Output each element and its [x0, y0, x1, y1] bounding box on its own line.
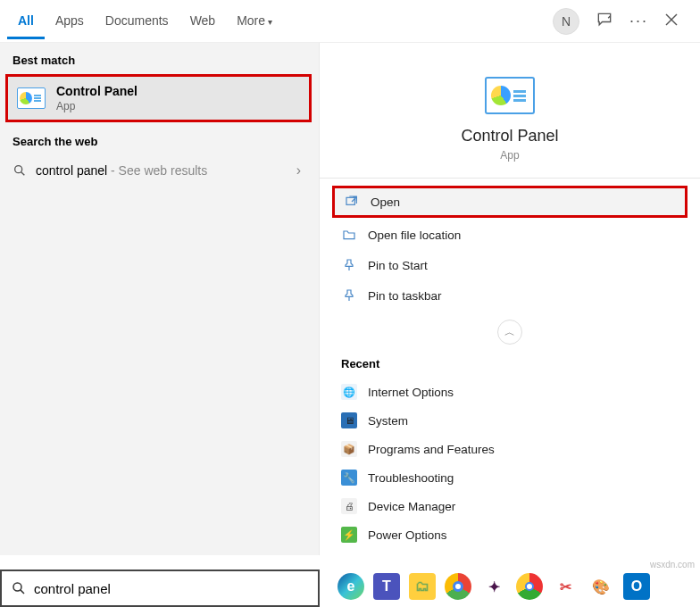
more-icon[interactable]: ···: [629, 12, 648, 30]
detail-subtitle: App: [320, 149, 700, 162]
tab-more[interactable]: More: [226, 3, 283, 39]
globe-icon: 🌐: [341, 384, 357, 400]
close-icon[interactable]: [664, 12, 679, 29]
best-match-label: Best match: [0, 43, 319, 72]
edge-icon[interactable]: e: [338, 573, 364, 600]
devices-icon: 🖨: [341, 498, 357, 514]
top-right-controls: N ···: [553, 8, 693, 35]
pin-to-start-action[interactable]: Pin to Start: [320, 250, 700, 280]
user-avatar[interactable]: N: [553, 8, 579, 35]
file-explorer-icon[interactable]: 🗂: [409, 573, 436, 600]
recent-item-programs[interactable]: 📦 Programs and Features: [320, 435, 700, 463]
chrome-icon[interactable]: [445, 573, 471, 600]
recent-item-system[interactable]: 🖥 System: [320, 406, 700, 435]
chevron-right-icon: ›: [296, 162, 306, 179]
recent-label: Recent: [320, 350, 700, 378]
tab-web[interactable]: Web: [179, 3, 227, 39]
control-panel-large-icon: [485, 77, 535, 114]
pin-start-icon: [341, 257, 357, 273]
open-file-location-label: Open file location: [368, 229, 461, 242]
svg-point-9: [13, 583, 21, 591]
actions-list: Open Open file location Pin to Start Pin…: [320, 186, 700, 311]
detail-pane: Control Panel App Open Open file locatio…: [320, 43, 700, 555]
pin-to-taskbar-action[interactable]: Pin to taskbar: [320, 280, 700, 311]
search-icon: [12, 163, 27, 178]
search-icon: [11, 580, 27, 596]
paint-icon[interactable]: 🎨: [588, 573, 614, 600]
best-match-result[interactable]: Control Panel App: [5, 74, 312, 122]
chrome-canary-icon[interactable]: [516, 573, 543, 600]
box-icon: 📦: [341, 441, 357, 457]
recent-item-troubleshooting[interactable]: 🔧 Troubleshooting: [320, 463, 700, 492]
monitor-icon: 🖥: [341, 412, 357, 428]
svg-line-4: [21, 172, 25, 176]
recent-item-device-manager[interactable]: 🖨 Device Manager: [320, 492, 700, 520]
watermark: wsxdn.com: [650, 560, 695, 570]
web-result-row[interactable]: control panel - See web results ›: [0, 154, 319, 187]
power-icon: ⚡: [341, 527, 357, 543]
svg-rect-5: [346, 197, 354, 204]
feedback-icon[interactable]: [596, 11, 613, 31]
tab-documents[interactable]: Documents: [95, 3, 179, 39]
filter-tabs: All Apps Documents Web More N ···: [0, 0, 700, 43]
collapse-chevron-up-icon[interactable]: ︿: [497, 320, 522, 345]
teams-icon[interactable]: T: [373, 573, 400, 600]
open-icon: [344, 194, 360, 210]
divider: [320, 178, 700, 179]
results-list: Best match Control Panel App Search the …: [0, 43, 320, 555]
recent-item-internet-options[interactable]: 🌐 Internet Options: [320, 378, 700, 406]
open-label: Open: [371, 195, 400, 209]
pin-to-start-label: Pin to Start: [368, 259, 428, 272]
folder-icon: [341, 227, 357, 243]
svg-point-3: [15, 166, 22, 173]
best-match-title: Control Panel: [56, 84, 138, 98]
detail-title: Control Panel: [320, 127, 700, 146]
slack-icon[interactable]: ✦: [480, 573, 507, 600]
pin-to-taskbar-label: Pin to taskbar: [368, 289, 442, 303]
tab-apps[interactable]: Apps: [45, 3, 95, 39]
snip-icon[interactable]: ✂: [552, 573, 579, 600]
open-action[interactable]: Open: [332, 186, 688, 218]
pin-taskbar-icon: [341, 287, 357, 304]
outlook-icon[interactable]: O: [623, 573, 650, 600]
wrench-icon: 🔧: [341, 470, 357, 486]
recent-item-power-options[interactable]: ⚡ Power Options: [320, 520, 700, 549]
tab-all[interactable]: All: [7, 3, 45, 39]
taskbar: e T 🗂 ✦ ✂ 🎨 O: [338, 571, 696, 602]
svg-line-10: [21, 590, 24, 594]
open-file-location-action[interactable]: Open file location: [320, 220, 700, 250]
search-input[interactable]: [34, 581, 309, 596]
control-panel-icon: [17, 87, 46, 109]
search-web-label: Search the web: [0, 124, 319, 154]
web-result-text: control panel - See web results: [36, 163, 207, 178]
search-bar[interactable]: [0, 570, 320, 607]
best-match-subtitle: App: [56, 100, 138, 112]
